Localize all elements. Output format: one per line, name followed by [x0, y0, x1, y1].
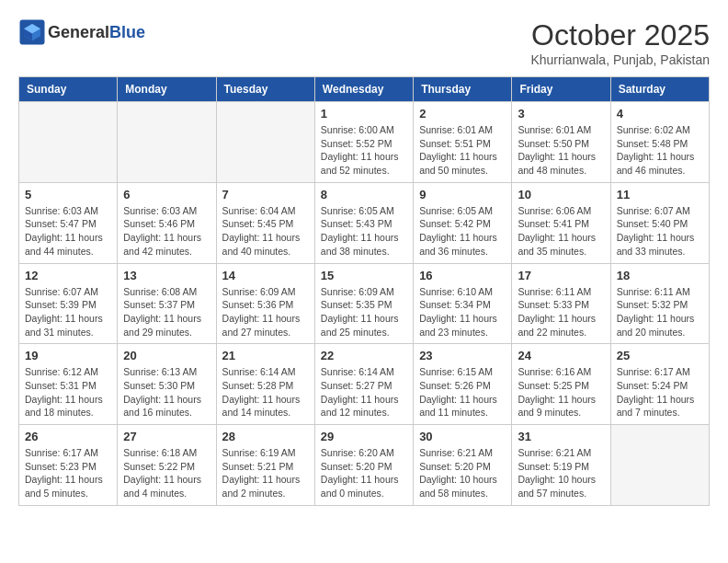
- day-info: Sunrise: 6:11 AM Sunset: 5:33 PM Dayligh…: [518, 285, 604, 339]
- day-info: Sunrise: 6:21 AM Sunset: 5:20 PM Dayligh…: [419, 446, 506, 500]
- day-info: Sunrise: 6:18 AM Sunset: 5:22 PM Dayligh…: [123, 446, 210, 500]
- logo: GeneralBlue: [18, 18, 145, 46]
- day-info: Sunrise: 6:17 AM Sunset: 5:23 PM Dayligh…: [25, 446, 111, 500]
- calendar-cell: 21Sunrise: 6:14 AM Sunset: 5:28 PM Dayli…: [216, 344, 314, 425]
- day-number: 19: [25, 349, 111, 362]
- day-info: Sunrise: 6:03 AM Sunset: 5:46 PM Dayligh…: [123, 204, 210, 259]
- day-number: 23: [419, 349, 506, 362]
- day-info: Sunrise: 6:15 AM Sunset: 5:26 PM Dayligh…: [419, 365, 506, 419]
- day-number: 4: [617, 107, 703, 121]
- day-number: 10: [518, 188, 604, 201]
- day-info: Sunrise: 6:11 AM Sunset: 5:32 PM Dayligh…: [617, 285, 703, 339]
- calendar-cell: 28Sunrise: 6:19 AM Sunset: 5:21 PM Dayli…: [216, 425, 314, 506]
- day-number: 13: [123, 269, 210, 282]
- calendar-cell: 30Sunrise: 6:21 AM Sunset: 5:20 PM Dayli…: [414, 425, 512, 506]
- day-header-tuesday: Tuesday: [216, 77, 314, 102]
- day-info: Sunrise: 6:17 AM Sunset: 5:24 PM Dayligh…: [617, 365, 703, 419]
- calendar-cell: 25Sunrise: 6:17 AM Sunset: 5:24 PM Dayli…: [610, 344, 709, 425]
- day-info: Sunrise: 6:05 AM Sunset: 5:43 PM Dayligh…: [321, 204, 407, 259]
- calendar-cell: 23Sunrise: 6:15 AM Sunset: 5:26 PM Dayli…: [414, 344, 512, 425]
- calendar-cell: 5Sunrise: 6:03 AM Sunset: 5:47 PM Daylig…: [19, 182, 118, 263]
- calendar-table: SundayMondayTuesdayWednesdayThursdayFrid…: [18, 76, 710, 506]
- day-info: Sunrise: 6:01 AM Sunset: 5:50 PM Dayligh…: [518, 123, 604, 178]
- day-info: Sunrise: 6:21 AM Sunset: 5:19 PM Dayligh…: [518, 446, 604, 500]
- calendar-header-row: SundayMondayTuesdayWednesdayThursdayFrid…: [19, 77, 710, 102]
- calendar-cell: 14Sunrise: 6:09 AM Sunset: 5:36 PM Dayli…: [216, 263, 314, 344]
- day-info: Sunrise: 6:07 AM Sunset: 5:39 PM Dayligh…: [25, 285, 111, 339]
- calendar-cell: 24Sunrise: 6:16 AM Sunset: 5:25 PM Dayli…: [512, 344, 610, 425]
- calendar-cell: 8Sunrise: 6:05 AM Sunset: 5:43 PM Daylig…: [314, 182, 413, 263]
- day-info: Sunrise: 6:09 AM Sunset: 5:35 PM Dayligh…: [321, 285, 407, 339]
- calendar-cell: 19Sunrise: 6:12 AM Sunset: 5:31 PM Dayli…: [19, 344, 118, 425]
- month-year-title: October 2025: [530, 18, 710, 52]
- calendar-cell: [216, 102, 314, 183]
- calendar-cell: [19, 102, 118, 183]
- day-number: 18: [617, 269, 703, 282]
- day-number: 2: [419, 107, 506, 121]
- day-number: 26: [25, 430, 111, 443]
- calendar-cell: 26Sunrise: 6:17 AM Sunset: 5:23 PM Dayli…: [19, 425, 118, 506]
- day-number: 25: [617, 349, 703, 362]
- day-info: Sunrise: 6:09 AM Sunset: 5:36 PM Dayligh…: [222, 285, 309, 339]
- day-info: Sunrise: 6:20 AM Sunset: 5:20 PM Dayligh…: [321, 446, 407, 500]
- day-number: 24: [518, 349, 604, 362]
- calendar-cell: 31Sunrise: 6:21 AM Sunset: 5:19 PM Dayli…: [512, 425, 610, 506]
- calendar-cell: 22Sunrise: 6:14 AM Sunset: 5:27 PM Dayli…: [314, 344, 413, 425]
- page-header: GeneralBlue October 2025 Khurrianwala, P…: [18, 18, 710, 67]
- day-number: 21: [222, 349, 309, 362]
- calendar-cell: 16Sunrise: 6:10 AM Sunset: 5:34 PM Dayli…: [414, 263, 512, 344]
- day-header-saturday: Saturday: [610, 77, 709, 102]
- calendar-cell: 13Sunrise: 6:08 AM Sunset: 5:37 PM Dayli…: [118, 263, 216, 344]
- day-header-sunday: Sunday: [19, 77, 118, 102]
- calendar-cell: [610, 425, 709, 506]
- calendar-cell: 7Sunrise: 6:04 AM Sunset: 5:45 PM Daylig…: [216, 182, 314, 263]
- day-number: 17: [518, 269, 604, 282]
- calendar-cell: 20Sunrise: 6:13 AM Sunset: 5:30 PM Dayli…: [118, 344, 216, 425]
- calendar-cell: 1Sunrise: 6:00 AM Sunset: 5:52 PM Daylig…: [314, 102, 413, 183]
- logo-general-text: General: [48, 23, 109, 41]
- week-row-5: 26Sunrise: 6:17 AM Sunset: 5:23 PM Dayli…: [19, 425, 710, 506]
- day-info: Sunrise: 6:19 AM Sunset: 5:21 PM Dayligh…: [222, 446, 309, 500]
- day-number: 3: [518, 107, 604, 121]
- location-subtitle: Khurrianwala, Punjab, Pakistan: [530, 52, 710, 67]
- calendar-cell: 2Sunrise: 6:01 AM Sunset: 5:51 PM Daylig…: [414, 102, 512, 183]
- day-number: 22: [321, 349, 407, 362]
- calendar-cell: 17Sunrise: 6:11 AM Sunset: 5:33 PM Dayli…: [512, 263, 610, 344]
- calendar-cell: 18Sunrise: 6:11 AM Sunset: 5:32 PM Dayli…: [610, 263, 709, 344]
- calendar-cell: 10Sunrise: 6:06 AM Sunset: 5:41 PM Dayli…: [512, 182, 610, 263]
- day-info: Sunrise: 6:01 AM Sunset: 5:51 PM Dayligh…: [419, 123, 506, 178]
- day-info: Sunrise: 6:10 AM Sunset: 5:34 PM Dayligh…: [419, 285, 506, 339]
- day-info: Sunrise: 6:14 AM Sunset: 5:28 PM Dayligh…: [222, 365, 309, 419]
- day-number: 14: [222, 269, 309, 282]
- general-blue-icon: [18, 18, 46, 46]
- calendar-cell: 9Sunrise: 6:05 AM Sunset: 5:42 PM Daylig…: [414, 182, 512, 263]
- calendar-cell: 29Sunrise: 6:20 AM Sunset: 5:20 PM Dayli…: [314, 425, 413, 506]
- day-header-thursday: Thursday: [414, 77, 512, 102]
- day-info: Sunrise: 6:12 AM Sunset: 5:31 PM Dayligh…: [25, 365, 111, 419]
- calendar-cell: 11Sunrise: 6:07 AM Sunset: 5:40 PM Dayli…: [610, 182, 709, 263]
- day-number: 27: [123, 430, 210, 443]
- week-row-2: 5Sunrise: 6:03 AM Sunset: 5:47 PM Daylig…: [19, 182, 710, 263]
- day-info: Sunrise: 6:02 AM Sunset: 5:48 PM Dayligh…: [617, 123, 703, 178]
- day-info: Sunrise: 6:14 AM Sunset: 5:27 PM Dayligh…: [321, 365, 407, 419]
- day-number: 9: [419, 188, 506, 201]
- logo-blue-text: Blue: [109, 23, 145, 41]
- title-section: October 2025 Khurrianwala, Punjab, Pakis…: [530, 18, 710, 67]
- day-number: 1: [321, 107, 407, 121]
- day-number: 8: [321, 188, 407, 201]
- calendar-cell: 6Sunrise: 6:03 AM Sunset: 5:46 PM Daylig…: [118, 182, 216, 263]
- week-row-4: 19Sunrise: 6:12 AM Sunset: 5:31 PM Dayli…: [19, 344, 710, 425]
- day-number: 11: [617, 188, 703, 201]
- calendar-cell: 4Sunrise: 6:02 AM Sunset: 5:48 PM Daylig…: [610, 102, 709, 183]
- day-number: 6: [123, 188, 210, 201]
- day-number: 31: [518, 430, 604, 443]
- day-number: 12: [25, 269, 111, 282]
- calendar-cell: 3Sunrise: 6:01 AM Sunset: 5:50 PM Daylig…: [512, 102, 610, 183]
- day-info: Sunrise: 6:03 AM Sunset: 5:47 PM Dayligh…: [25, 204, 111, 259]
- day-header-friday: Friday: [512, 77, 610, 102]
- day-header-wednesday: Wednesday: [314, 77, 413, 102]
- week-row-1: 1Sunrise: 6:00 AM Sunset: 5:52 PM Daylig…: [19, 102, 710, 183]
- day-number: 30: [419, 430, 506, 443]
- day-info: Sunrise: 6:13 AM Sunset: 5:30 PM Dayligh…: [123, 365, 210, 419]
- calendar-cell: [118, 102, 216, 183]
